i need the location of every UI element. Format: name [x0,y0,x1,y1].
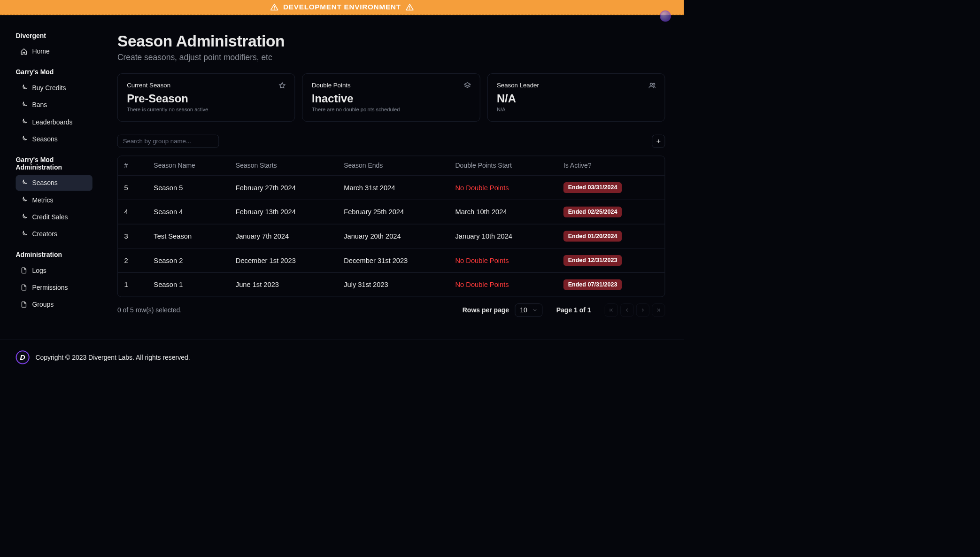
footer-text: Copyright © 2023 Divergent Labs. All rig… [35,354,190,361]
moon-icon [20,118,27,125]
sidebar-section-garry-s-mod: Garry's Mod [16,69,93,76]
footer: D Copyright © 2023 Divergent Labs. All r… [0,340,684,375]
status-badge: Ended 01/20/2024 [563,231,622,241]
layers-icon [463,82,471,90]
sidebar-item-creators[interactable]: Creators [16,226,93,242]
sidebar-section-garry-s-mod-administration: Garry's Mod Administration [16,156,93,171]
sidebar-item-label: Home [32,48,49,55]
plus-icon [656,139,662,145]
cell-active: Ended 07/31/2023 [557,279,665,290]
star-icon [278,82,286,90]
cell-starts: January 7th 2024 [229,232,337,240]
moon-icon [20,179,27,186]
table-row[interactable]: 3Test SeasonJanuary 7th 2024January 20th… [118,224,665,248]
card-hint: N/A [497,107,656,113]
sidebar-item-bans[interactable]: Bans [16,97,93,113]
sidebar-item-label: Buy Credits [32,84,66,92]
table-row[interactable]: 1Season 1June 1st 2023July 31st 2023No D… [118,273,665,297]
stat-card-2: Season LeaderN/AN/A [487,73,665,122]
column-header[interactable]: Double Points Start [449,162,557,170]
env-banner: DEVELOPMENT ENVIRONMENT [0,0,684,15]
cell-double-points: January 10th 2024 [449,232,557,240]
sidebar-item-label: Logs [32,267,46,274]
warning-icon [405,3,414,11]
card-hint: There is currently no season active [127,107,286,113]
sidebar-item-home[interactable]: Home [16,44,93,60]
sidebar-item-label: Metrics [32,196,53,204]
sidebar-item-buy-credits[interactable]: Buy Credits [16,80,93,96]
cell-double-points: March 10th 2024 [449,208,557,216]
cell-num: 1 [118,281,147,289]
rows-per-page-label: Rows per page [463,306,509,314]
users-icon [648,82,656,90]
moon-icon [20,213,27,220]
page-next-button[interactable] [636,303,649,317]
svg-point-1 [274,8,275,9]
sidebar-item-label: Creators [32,230,57,238]
column-header[interactable]: # [118,162,147,170]
sidebar-item-groups[interactable]: Groups [16,297,93,313]
cell-starts: February 13th 2024 [229,208,337,216]
status-badge: Ended 02/25/2024 [563,207,622,217]
card-hint: There are no double points scheduled [312,107,471,113]
logo-icon: D [16,350,30,364]
sidebar-item-leaderboards[interactable]: Leaderboards [16,114,93,130]
seasons-table: #Season NameSeason StartsSeason EndsDoub… [117,156,665,297]
cell-active: Ended 12/31/2023 [557,255,665,266]
cell-num: 5 [118,184,147,192]
column-header[interactable]: Season Starts [229,162,337,170]
rows-per-page-select[interactable]: 10 [515,303,543,317]
warning-icon [270,3,278,11]
card-label: Season Leader [497,82,656,89]
cell-name: Season 5 [147,184,229,192]
cell-num: 2 [118,256,147,264]
file-icon [20,284,27,291]
env-banner-text: DEVELOPMENT ENVIRONMENT [283,3,401,11]
cell-active: Ended 01/20/2024 [557,231,665,241]
column-header[interactable]: Season Name [147,162,229,170]
sidebar-item-credit-sales[interactable]: Credit Sales [16,209,93,225]
card-value: N/A [497,92,656,105]
page-prev-button[interactable] [620,303,633,317]
avatar[interactable] [660,10,671,22]
table-row[interactable]: 5Season 5February 27th 2024March 31st 20… [118,176,665,200]
table-row[interactable]: 2Season 2December 1st 2023December 31st … [118,248,665,273]
status-badge: Ended 03/31/2024 [563,182,622,193]
sidebar-item-label: Credit Sales [32,213,68,221]
page-subtitle: Create seasons, adjust point modifiers, … [117,53,665,62]
column-header[interactable]: Season Ends [337,162,448,170]
page-last-button[interactable] [652,303,665,317]
svg-point-5 [653,83,655,85]
sidebar: DivergentHomeGarry's ModBuy CreditsBansL… [0,21,101,317]
sidebar-item-permissions[interactable]: Permissions [16,279,93,295]
sidebar-item-seasons-admin[interactable]: Seasons [16,175,93,191]
cell-ends: March 31st 2024 [337,184,448,192]
cell-name: Test Season [147,232,229,240]
sidebar-item-logs[interactable]: Logs [16,263,93,278]
moon-icon [20,231,27,238]
cell-num: 3 [118,232,147,240]
add-button[interactable] [652,135,665,148]
page-first-button[interactable] [605,303,618,317]
home-icon [20,48,27,55]
sidebar-item-label: Seasons [32,135,57,143]
column-header[interactable]: Is Active? [557,162,665,170]
cell-name: Season 2 [147,256,229,264]
sidebar-section-administration: Administration [16,251,93,259]
moon-icon [20,196,27,203]
sidebar-item-metrics[interactable]: Metrics [16,192,93,208]
cell-starts: February 27th 2024 [229,184,337,192]
selection-text: 0 of 5 row(s) selected. [117,306,182,314]
stat-card-1: Double PointsInactiveThere are no double… [302,73,480,122]
table-row[interactable]: 4Season 4February 13th 2024February 25th… [118,200,665,224]
sidebar-item-label: Permissions [32,284,68,291]
cell-name: Season 4 [147,208,229,216]
chevron-down-icon [532,308,538,313]
search-input[interactable] [117,135,219,148]
cell-active: Ended 03/31/2024 [557,182,665,193]
file-icon [20,267,27,274]
pagination-row: 0 of 5 row(s) selected. Rows per page 10… [117,303,665,317]
moon-icon [20,84,27,91]
sidebar-item-seasons[interactable]: Seasons [16,131,93,147]
rows-per-page-value: 10 [520,306,527,314]
